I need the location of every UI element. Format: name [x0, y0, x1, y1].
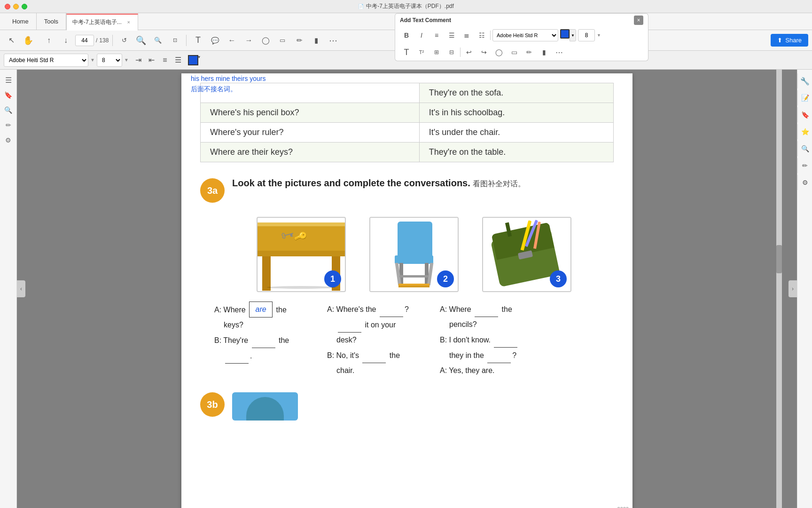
- pen-tool-button[interactable]: ✏: [292, 33, 307, 48]
- maximize-button[interactable]: [22, 4, 27, 9]
- fit-page-button[interactable]: ⊡: [167, 33, 182, 48]
- conv1-blank1[interactable]: are: [249, 302, 273, 318]
- rp-icon-7[interactable]: ⚙: [797, 175, 812, 190]
- ann-redo-button[interactable]: ↪: [477, 46, 491, 59]
- conv3-line3: B: I don't know.: [440, 332, 534, 348]
- tab-close-button[interactable]: ×: [125, 19, 132, 25]
- main-layout: ☰ 🔖 🔍 ✏ ⚙ ‹ his hers mine theirs yours 后…: [0, 70, 812, 508]
- share-button[interactable]: ⬆ Share: [771, 34, 808, 47]
- forward-button[interactable]: →: [241, 33, 256, 48]
- annotation-toolbar-title: Add Text Comment: [400, 17, 451, 24]
- align-right-button[interactable]: ☰: [445, 29, 458, 42]
- chair-crossbar: [399, 275, 429, 278]
- rp-icon-2[interactable]: 📝: [797, 90, 812, 105]
- hand-tool-button[interactable]: ✋: [21, 33, 36, 48]
- rp-icon-3[interactable]: 🔖: [797, 107, 812, 122]
- sidebar-icon-3[interactable]: 🔍: [2, 103, 15, 117]
- highlight-tool-button[interactable]: ▮: [309, 33, 324, 48]
- list-button[interactable]: ≣: [460, 29, 473, 42]
- rect-tool-button[interactable]: ▭: [275, 33, 290, 48]
- outdent-button[interactable]: ⇤: [146, 54, 158, 66]
- zoom-out-button[interactable]: 🔍: [133, 33, 148, 48]
- qa-table: They're on the sofa. Where's his pencil …: [200, 83, 614, 162]
- more-tools-button[interactable]: ⋯: [326, 33, 341, 48]
- annotation-close-button[interactable]: ×: [634, 16, 643, 25]
- tab-home[interactable]: Home: [5, 13, 37, 30]
- conv1-line2: keys?: [214, 318, 308, 333]
- right-sidebar: 🔧 📝 🔖 ⭐ 🔍 ✏ ⚙: [797, 70, 812, 508]
- zoom-in-button[interactable]: 🔍: [150, 33, 165, 48]
- font-family-select[interactable]: Adobe Heiti Std R: [4, 54, 88, 67]
- sidebar-icon-2[interactable]: 🔖: [2, 88, 15, 102]
- share-icon: ⬆: [777, 37, 782, 44]
- instruction-en: Look at the pictures and complete the co…: [232, 178, 470, 188]
- pic-number-2: 2: [437, 270, 454, 287]
- page-number-input[interactable]: [75, 35, 94, 46]
- font-size-select[interactable]: 8 10 12 14 16: [97, 54, 122, 67]
- ann-pen-button[interactable]: ✏: [523, 46, 536, 59]
- conversations-row: A: Where are the keys? B: They're the: [200, 302, 614, 378]
- conv3-blank2[interactable]: [494, 332, 517, 348]
- color-swatch[interactable]: [188, 55, 198, 65]
- table-q2: Where's your ruler?: [201, 123, 420, 143]
- back-button[interactable]: ←: [224, 33, 239, 48]
- next-page-button[interactable]: ↓: [58, 33, 73, 48]
- ann-undo-button[interactable]: ↩: [462, 46, 476, 59]
- tab-active[interactable]: 中考-7上英语电子... ×: [66, 14, 138, 31]
- close-button[interactable]: [5, 4, 10, 9]
- rp-icon-1[interactable]: 🔧: [797, 73, 812, 88]
- ann-text-button[interactable]: T: [400, 46, 413, 59]
- ordered-list-button[interactable]: ☷: [475, 29, 488, 42]
- italic-button[interactable]: I: [415, 29, 428, 42]
- color-dropdown-arrow[interactable]: ▼: [197, 55, 201, 65]
- rp-icon-4[interactable]: ⭐: [797, 124, 812, 139]
- comment-button[interactable]: 💬: [207, 33, 222, 48]
- pointer-tool-button[interactable]: ↖: [4, 33, 19, 48]
- rp-icon-5[interactable]: 🔍: [797, 141, 812, 156]
- sidebar-icon-4[interactable]: ✏: [2, 119, 15, 132]
- conv3-blank3[interactable]: [487, 348, 511, 363]
- indent-button[interactable]: ⇥: [133, 54, 145, 66]
- conv1-blank3[interactable]: [225, 348, 249, 364]
- ann-color-dropdown[interactable]: ▼: [570, 29, 576, 41]
- tab-tools[interactable]: Tools: [37, 13, 66, 30]
- align-left-button[interactable]: ≡: [430, 29, 443, 42]
- ann-dots-button[interactable]: ⋯: [553, 46, 566, 59]
- ann-circle-button[interactable]: ◯: [492, 46, 506, 59]
- picture-frame-3: 3: [482, 217, 571, 292]
- minimize-button[interactable]: [13, 4, 19, 9]
- collapse-right-button[interactable]: ›: [789, 280, 797, 297]
- conv2-line3: desk?: [327, 333, 421, 348]
- ann-font-select[interactable]: Adobe Heiti Std R: [492, 29, 558, 41]
- ann-rect-button[interactable]: ▭: [508, 46, 521, 59]
- ann-superscript-button[interactable]: T²: [415, 46, 428, 59]
- ann-more1-button[interactable]: ⊞: [430, 46, 443, 59]
- annotation-line1: his hers mine theirs yours: [191, 73, 266, 84]
- bold-button[interactable]: B: [400, 29, 413, 42]
- ann-font-size-input[interactable]: [578, 29, 595, 41]
- ann-more2-button[interactable]: ⊟: [445, 46, 458, 59]
- ann-marker-button[interactable]: ▮: [538, 46, 551, 59]
- text-tool-button[interactable]: T: [190, 33, 205, 48]
- num-list-button[interactable]: ☰: [172, 54, 184, 66]
- prev-page-button[interactable]: ↑: [41, 33, 56, 48]
- scroll-bar[interactable]: [776, 70, 782, 508]
- left-sidebar: ☰ 🔖 🔍 ✏ ⚙: [0, 70, 17, 508]
- rp-icon-6[interactable]: ✏: [797, 158, 812, 173]
- scroll-thumb[interactable]: [776, 245, 782, 273]
- ann-divider: [490, 31, 491, 40]
- conv3-blank1[interactable]: [475, 302, 498, 317]
- conv2-blank3[interactable]: [362, 348, 386, 363]
- sidebar-icon-1[interactable]: ☰: [2, 73, 15, 87]
- collapse-left-button[interactable]: ‹: [17, 280, 25, 297]
- rotate-button[interactable]: ↺: [117, 33, 132, 48]
- conv2-blank2[interactable]: [338, 317, 361, 333]
- conv2-blank1[interactable]: [380, 302, 403, 317]
- ann-color-swatch[interactable]: [560, 29, 570, 39]
- bullet-list-button[interactable]: ≡: [159, 54, 171, 66]
- sidebar-icon-5[interactable]: ⚙: [2, 134, 15, 147]
- conv1-blank2[interactable]: [252, 333, 275, 348]
- circle-tool-button[interactable]: ◯: [258, 33, 273, 48]
- conv1-line4: .: [214, 348, 308, 364]
- conv2-line2: it on your: [327, 317, 421, 333]
